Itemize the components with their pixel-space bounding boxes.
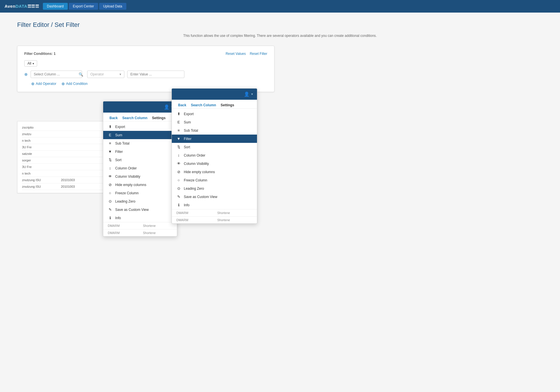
filter-conditions-label: Filter Conditions: 1 [24,52,55,56]
filter-icon: ▼ [176,137,181,141]
filter-icon: ▼ [108,149,112,154]
chevron-down-icon: ▾ [33,62,34,65]
panel2-subtotal-item[interactable]: ≡ Sub Total [172,126,257,135]
panel1-footer-row1: DMARM Shortene [103,222,177,229]
table-row: znutzu [22,131,115,137]
column-visibility-icon: 👁 [176,161,181,166]
add-links: ⊕ Add Operator ⊕ Add Condition [31,81,267,86]
sort-icon: ⇅ [108,158,112,162]
filter-top-actions: Reset Values Reset Filter [226,52,267,56]
panel2-save-custom-view-item[interactable]: ✎ Save as Custom View [172,193,257,201]
panel1-nav: Back Search Column Settings [103,113,177,121]
panel2-hide-empty-item[interactable]: ⊘ Hide empty columns [172,168,257,176]
nav-upload-data[interactable]: Upload Data [99,3,126,10]
panel1-info-item[interactable]: ℹ Info [103,214,177,222]
panel1-subtotal-item[interactable]: ≡ Sub Total [103,139,177,147]
panel1-column-order-item[interactable]: ↕ Column Order [103,164,177,172]
add-condition-link[interactable]: ⊕ Add Condition [61,81,87,86]
save-custom-view-icon: ✎ [108,207,112,212]
navbar: AvenDATA☰☰☰ Dashboard Export Center Uplo… [0,0,560,13]
subtotal-icon: ≡ [176,128,181,133]
panel1-back-button[interactable]: Back [107,115,120,121]
all-row: All ▾ [24,60,267,67]
panel2-export-item[interactable]: ⬆ Export [172,110,257,118]
hide-empty-icon: ⊘ [176,170,181,174]
table-row: n tech [22,137,115,144]
panel1-hide-empty-item[interactable]: ⊘ Hide empty columns [103,181,177,189]
panel2-info-item[interactable]: ℹ Info [172,201,257,209]
table-row: znutzung ISU20101003 [22,177,115,183]
column-order-icon: ↕ [176,153,181,157]
panel2-settings-button[interactable]: Settings [218,102,236,108]
chevron-down-icon: ▾ [251,92,253,96]
panel1-sort-item[interactable]: ⇅ Sort [103,156,177,164]
panel2-nav: Back Search Column Settings [172,100,257,109]
panel1-save-custom-view-item[interactable]: ✎ Save as Custom View [103,205,177,214]
chevron-down-icon: ▾ [119,72,121,76]
panel2-back-button[interactable]: Back [176,102,189,108]
panel2-freeze-column-item[interactable]: ○ Freeze Column [172,176,257,184]
dropdown-panel-2: 👤 ▾ Back Search Column Settings ⬆ Export… [172,88,257,224]
remove-condition-icon[interactable]: ⊗ [24,72,28,77]
hide-empty-icon: ⊘ [108,183,112,187]
panel2-sort-item[interactable]: ⇅ Sort [172,143,257,151]
panel1-settings-button[interactable]: Settings [150,115,168,121]
page-content: Filter Editor / Set Filter This function… [0,13,560,392]
nav-dashboard[interactable]: Dashboard [43,3,68,10]
panel2-column-order-item[interactable]: ↕ Column Order [172,151,257,159]
panel2-leading-zero-item[interactable]: ⊙ Leading Zero [172,184,257,193]
condition-row: ⊗ 🔍 Operator ▾ [24,71,267,78]
panel1-export-item[interactable]: ⬆ Export [103,123,177,131]
all-select[interactable]: All ▾ [24,60,37,67]
user-icon: 👤 [244,91,250,97]
panel1-sum-item[interactable]: E Sum [103,131,177,139]
filter-card: Filter Conditions: 1 Reset Values Reset … [17,46,274,92]
brand-highlight: DATA [15,4,27,9]
table-row: satzste [22,151,115,157]
table-row: 3U Fre [22,164,115,170]
panel1-footer-row2: DMARM Shortene [103,229,177,236]
page-description: This function allows the use of complex … [17,34,543,38]
panel1-search-column-button[interactable]: Search Column [120,115,150,121]
column-visibility-icon: 👁 [108,174,112,179]
leading-zero-icon: ⊙ [176,186,181,191]
panel2-footer-row2: DMARM Shortene [172,216,257,223]
plus-icon: ⊕ [31,81,35,86]
panel1-leading-zero-item[interactable]: ⊙ Leading Zero [103,197,177,205]
freeze-icon: ○ [176,178,181,182]
brand-logo: AvenDATA☰☰☰ [5,4,39,9]
info-icon: ℹ [176,203,181,207]
panel2-header: 👤 ▾ [172,89,257,100]
table-row: n tech [22,170,115,177]
table-row: sorger [22,157,115,164]
table-row: zscriptio [22,124,115,131]
panel1-freeze-column-item[interactable]: ○ Freeze Column [103,189,177,197]
info-icon: ℹ [108,216,112,220]
add-operator-link[interactable]: ⊕ Add Operator [31,81,56,86]
sort-icon: ⇅ [176,145,181,149]
operator-select[interactable]: Operator ▾ [87,71,124,78]
nav-export-center[interactable]: Export Center [69,3,98,10]
panel2-column-visibility-item[interactable]: 👁 Column Visibility [172,159,257,168]
panel2-footer-row1: DMARM Shortene [172,209,257,216]
panel2-sum-item[interactable]: E Sum [172,118,257,126]
table-row: znutzung ISU20101003 [22,183,115,190]
subtotal-icon: ≡ [108,141,112,145]
freeze-icon: ○ [108,191,112,195]
reset-values-button[interactable]: Reset Values [226,52,246,56]
export-icon: ⬆ [108,125,112,129]
panel1-column-visibility-item[interactable]: 👁 Column Visibility [103,172,177,181]
user-icon: 👤 [164,104,170,110]
reset-filter-button[interactable]: Reset Filter [250,52,267,56]
sum-icon: E [108,133,112,137]
export-icon: ⬆ [176,112,181,116]
enter-value-input[interactable] [127,71,184,78]
select-column-input[interactable] [31,71,82,78]
dropdown-panel-1: 👤 ▾ Back Search Column Settings ⬆ Export… [103,101,177,237]
plus-icon: ⊕ [61,81,65,86]
panel1-filter-item[interactable]: ▼ Filter [103,147,177,156]
panel1-header: 👤 ▾ [103,101,177,113]
leading-zero-icon: ⊙ [108,199,112,203]
panel2-filter-item[interactable]: ▼ Filter [172,135,257,143]
panel2-search-column-button[interactable]: Search Column [189,102,218,108]
